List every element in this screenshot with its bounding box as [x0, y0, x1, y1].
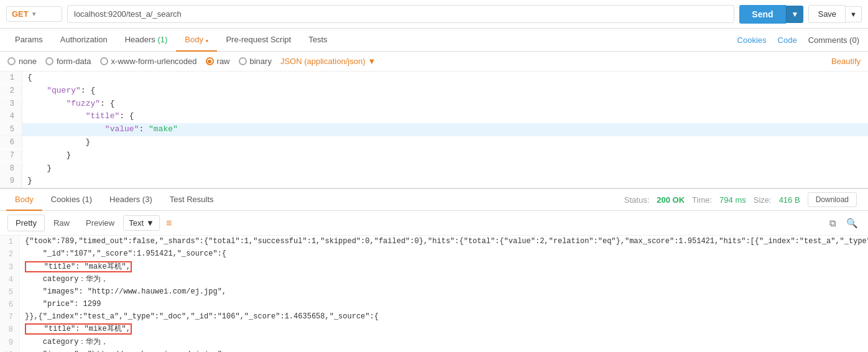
- time-value: 794 ms: [719, 195, 746, 205]
- resp-line-content: category：华为，: [20, 336, 868, 348]
- save-group: Save ▼: [808, 5, 862, 23]
- radio-raw-dot: [208, 60, 211, 63]
- download-button[interactable]: Download: [808, 192, 857, 207]
- radio-raw[interactable]: raw: [206, 57, 230, 66]
- resp-line-10: 10 "images": "http://www.hauwei.com/ej.j…: [0, 349, 868, 352]
- resp-line-content: }},{"_index":"test_a","_type":"_doc","_i…: [20, 311, 868, 323]
- save-dropdown-button[interactable]: ▼: [846, 6, 862, 22]
- line-number: 5: [0, 123, 22, 136]
- view-tab-raw[interactable]: Raw: [46, 215, 77, 231]
- status-label: Status:: [624, 195, 649, 205]
- response-tabs-left: Body Cookies (1) Headers (3) Test Result…: [6, 189, 223, 210]
- code-line-5: 5 "value": "make": [0, 123, 868, 136]
- method-selector[interactable]: GET ▼: [6, 6, 62, 22]
- resp-line-2: 2 "_id":"107","_score":1.951421,"_source…: [0, 248, 868, 261]
- top-bar: GET ▼ Send ▼ Save ▼: [0, 0, 868, 29]
- resp-line-4: 4 category：华为，: [0, 274, 868, 286]
- view-tabs-left: Pretty Raw Preview Text ▼ ≡: [7, 215, 172, 231]
- line-number: 4: [0, 110, 22, 123]
- resp-line-number: 6: [0, 299, 20, 311]
- line-content: }: [22, 149, 868, 162]
- line-content: "title": {: [22, 110, 868, 123]
- code-editor[interactable]: 1{2 "query": {3 "fuzzy": {4 "title": {5 …: [0, 72, 868, 189]
- tab-body[interactable]: Body ●: [176, 29, 217, 52]
- format-selector[interactable]: JSON (application/json) ▼: [280, 57, 376, 66]
- resp-line-9: 9 category：华为，: [0, 336, 868, 349]
- view-tab-pretty[interactable]: Pretty: [7, 215, 45, 231]
- text-dropdown-label: Text: [129, 218, 144, 228]
- code-line-8: 8 }: [0, 162, 868, 175]
- text-dropdown[interactable]: Text ▼: [123, 215, 160, 231]
- resp-tab-cookies[interactable]: Cookies (1): [42, 189, 101, 211]
- resp-tab-headers[interactable]: Headers (3): [101, 189, 161, 211]
- view-tab-preview[interactable]: Preview: [78, 215, 122, 231]
- radio-binary[interactable]: binary: [239, 57, 272, 66]
- tab-tests[interactable]: Tests: [300, 29, 336, 52]
- radio-none-label: none: [19, 57, 37, 66]
- send-group: Send ▼: [739, 5, 803, 24]
- send-button[interactable]: Send: [739, 5, 785, 24]
- line-number: 3: [0, 98, 22, 110]
- url-input[interactable]: [67, 5, 734, 23]
- radio-urlencoded[interactable]: x-www-form-urlencoded: [100, 57, 197, 66]
- view-tab-icons: ⧉ 🔍: [827, 216, 861, 230]
- resp-line-7: 7}},{"_index":"test_a","_type":"_doc","_…: [0, 311, 868, 323]
- save-button[interactable]: Save: [808, 5, 846, 23]
- line-number: 1: [0, 72, 22, 84]
- radio-urlencoded-circle: [100, 57, 108, 65]
- code-line-4: 4 "title": {: [0, 110, 868, 123]
- time-label: Time:: [692, 195, 712, 205]
- tab-prerequest[interactable]: Pre-request Script: [217, 29, 300, 52]
- copy-icon[interactable]: ⧉: [827, 216, 839, 230]
- send-dropdown-button[interactable]: ▼: [786, 6, 804, 23]
- radio-formdata[interactable]: form-data: [45, 57, 91, 66]
- request-tabs: Params Authorization Headers (1) Body ● …: [0, 29, 868, 52]
- radio-none[interactable]: none: [7, 57, 37, 66]
- resp-tab-testresults[interactable]: Test Results: [161, 189, 223, 211]
- body-type-bar: none form-data x-www-form-urlencoded raw…: [0, 52, 868, 72]
- search-icon[interactable]: 🔍: [844, 216, 861, 230]
- code-line-1: 1{: [0, 72, 868, 85]
- line-number: 7: [0, 149, 22, 162]
- radio-formdata-label: form-data: [57, 57, 91, 66]
- method-text: GET: [12, 9, 29, 19]
- resp-line-6: 6 "price": 1299: [0, 299, 868, 311]
- beautify-button[interactable]: Beautify: [831, 57, 861, 66]
- format-chevron-icon: ▼: [367, 57, 376, 66]
- size-value: 416 B: [779, 195, 800, 205]
- resp-line-content: {"took":789,"timed_out":false,"_shards":…: [20, 236, 868, 248]
- cookies-link[interactable]: Cookies: [735, 29, 769, 51]
- resp-line-number: 5: [0, 286, 20, 299]
- code-line-6: 6 }: [0, 136, 868, 149]
- resp-line-content: "title": "mike耳机",: [20, 323, 868, 335]
- body-types: none form-data x-www-form-urlencoded raw…: [7, 57, 376, 66]
- resp-line-number: 2: [0, 248, 20, 261]
- resp-tab-body[interactable]: Body: [6, 189, 42, 211]
- code-line-7: 7 }: [0, 149, 868, 162]
- response-tabs-bar: Body Cookies (1) Headers (3) Test Result…: [0, 189, 868, 211]
- line-content: "query": {: [22, 85, 868, 98]
- tab-params[interactable]: Params: [6, 29, 52, 52]
- highlighted-value: "title": "make耳机",: [25, 261, 132, 272]
- highlighted-value: "title": "mike耳机",: [25, 323, 132, 335]
- radio-binary-circle: [239, 57, 247, 65]
- resp-line-number: 1: [0, 236, 20, 248]
- resp-line-number: 4: [0, 274, 20, 286]
- radio-none-circle: [7, 57, 16, 65]
- resp-line-content: category：华为，: [20, 274, 868, 285]
- size-label: Size:: [754, 195, 772, 205]
- code-link[interactable]: Code: [775, 29, 800, 51]
- resp-line-number: 8: [0, 323, 20, 336]
- text-dropdown-chevron-icon: ▼: [146, 218, 154, 228]
- code-line-9: 9}: [0, 175, 868, 188]
- radio-formdata-circle: [45, 57, 53, 65]
- lines-icon[interactable]: ≡: [166, 218, 172, 229]
- tab-headers[interactable]: Headers (1): [116, 29, 177, 52]
- resp-line-content: "price": 1299: [20, 299, 868, 310]
- resp-line-3: 3 "title": "make耳机",: [0, 261, 868, 274]
- radio-raw-label: raw: [217, 57, 230, 66]
- radio-raw-circle: [206, 57, 214, 65]
- comments-link[interactable]: Comments (0): [806, 29, 862, 51]
- tab-authorization[interactable]: Authorization: [52, 29, 116, 52]
- line-number: 2: [0, 85, 22, 97]
